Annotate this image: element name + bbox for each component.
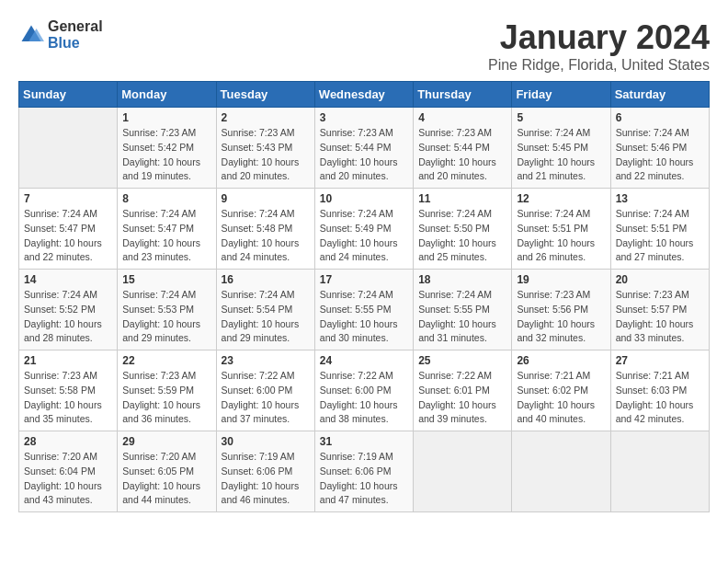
day-info: Sunrise: 7:24 AMSunset: 5:55 PMDaylight:…	[418, 288, 506, 346]
day-cell: 27Sunrise: 7:21 AMSunset: 6:03 PMDayligh…	[610, 350, 709, 431]
day-number: 25	[418, 354, 506, 367]
day-number: 11	[418, 192, 506, 205]
day-cell: 2Sunrise: 7:23 AMSunset: 5:43 PMDaylight…	[216, 108, 314, 189]
day-info: Sunrise: 7:23 AMSunset: 5:42 PMDaylight:…	[122, 126, 210, 184]
day-cell: 23Sunrise: 7:22 AMSunset: 6:00 PMDayligh…	[216, 350, 314, 431]
day-cell: 14Sunrise: 7:24 AMSunset: 5:52 PMDayligh…	[19, 270, 118, 350]
logo: General Blue	[18, 18, 103, 52]
day-number: 31	[320, 435, 408, 448]
header-cell-tuesday: Tuesday	[216, 82, 314, 108]
day-number: 27	[616, 354, 704, 367]
day-number: 1	[122, 111, 210, 124]
day-number: 12	[517, 192, 605, 205]
week-row-3: 21Sunrise: 7:23 AMSunset: 5:58 PMDayligh…	[19, 350, 710, 431]
day-cell: 22Sunrise: 7:23 AMSunset: 5:59 PMDayligh…	[118, 350, 216, 431]
day-cell: 6Sunrise: 7:24 AMSunset: 5:46 PMDaylight…	[610, 108, 709, 189]
header-cell-sunday: Sunday	[19, 82, 118, 108]
day-cell: 4Sunrise: 7:23 AMSunset: 5:44 PMDaylight…	[414, 108, 512, 189]
day-info: Sunrise: 7:24 AMSunset: 5:48 PMDaylight:…	[222, 207, 310, 265]
day-number: 17	[320, 273, 408, 286]
day-info: Sunrise: 7:24 AMSunset: 5:52 PMDaylight:…	[24, 288, 112, 346]
calendar-table: SundayMondayTuesdayWednesdayThursdayFrid…	[18, 81, 710, 512]
day-info: Sunrise: 7:22 AMSunset: 6:01 PMDaylight:…	[418, 369, 506, 427]
calendar-subtitle: Pine Ridge, Florida, United States	[488, 57, 710, 74]
logo-icon	[18, 22, 44, 48]
week-row-0: 1Sunrise: 7:23 AMSunset: 5:42 PMDaylight…	[19, 108, 710, 189]
day-number: 6	[616, 111, 704, 124]
week-row-1: 7Sunrise: 7:24 AMSunset: 5:47 PMDaylight…	[19, 189, 710, 270]
day-number: 22	[122, 354, 210, 367]
day-cell: 24Sunrise: 7:22 AMSunset: 6:00 PMDayligh…	[314, 350, 413, 431]
day-number: 29	[122, 435, 210, 448]
header-cell-monday: Monday	[118, 82, 216, 108]
day-cell: 26Sunrise: 7:21 AMSunset: 6:02 PMDayligh…	[512, 350, 610, 431]
week-row-2: 14Sunrise: 7:24 AMSunset: 5:52 PMDayligh…	[19, 270, 710, 350]
day-number: 4	[418, 111, 506, 124]
day-info: Sunrise: 7:23 AMSunset: 5:56 PMDaylight:…	[517, 288, 605, 346]
day-info: Sunrise: 7:22 AMSunset: 6:00 PMDaylight:…	[320, 369, 408, 427]
day-info: Sunrise: 7:23 AMSunset: 5:59 PMDaylight:…	[122, 369, 210, 427]
day-info: Sunrise: 7:24 AMSunset: 5:54 PMDaylight:…	[222, 288, 310, 346]
day-info: Sunrise: 7:23 AMSunset: 5:43 PMDaylight:…	[222, 126, 310, 184]
day-number: 10	[320, 192, 408, 205]
day-cell: 16Sunrise: 7:24 AMSunset: 5:54 PMDayligh…	[216, 270, 314, 350]
day-cell	[19, 108, 118, 189]
day-number: 28	[24, 435, 112, 448]
header-cell-thursday: Thursday	[414, 82, 512, 108]
day-info: Sunrise: 7:23 AMSunset: 5:57 PMDaylight:…	[616, 288, 704, 346]
week-row-4: 28Sunrise: 7:20 AMSunset: 6:04 PMDayligh…	[19, 431, 710, 512]
day-cell: 29Sunrise: 7:20 AMSunset: 6:05 PMDayligh…	[118, 431, 216, 512]
day-cell: 20Sunrise: 7:23 AMSunset: 5:57 PMDayligh…	[610, 270, 709, 350]
day-info: Sunrise: 7:20 AMSunset: 6:05 PMDaylight:…	[122, 450, 210, 508]
day-cell: 15Sunrise: 7:24 AMSunset: 5:53 PMDayligh…	[118, 270, 216, 350]
header-row: SundayMondayTuesdayWednesdayThursdayFrid…	[19, 82, 710, 108]
day-cell: 3Sunrise: 7:23 AMSunset: 5:44 PMDaylight…	[314, 108, 413, 189]
title-section: January 2024 Pine Ridge, Florida, United…	[488, 18, 710, 74]
day-cell: 31Sunrise: 7:19 AMSunset: 6:06 PMDayligh…	[314, 431, 413, 512]
day-cell: 28Sunrise: 7:20 AMSunset: 6:04 PMDayligh…	[19, 431, 118, 512]
day-cell	[414, 431, 512, 512]
day-cell	[610, 431, 709, 512]
day-number: 8	[122, 192, 210, 205]
day-info: Sunrise: 7:24 AMSunset: 5:45 PMDaylight:…	[517, 126, 605, 184]
header-cell-saturday: Saturday	[610, 82, 709, 108]
day-info: Sunrise: 7:24 AMSunset: 5:51 PMDaylight:…	[517, 207, 605, 265]
day-cell: 17Sunrise: 7:24 AMSunset: 5:55 PMDayligh…	[314, 270, 413, 350]
day-number: 2	[222, 111, 310, 124]
day-info: Sunrise: 7:23 AMSunset: 5:44 PMDaylight:…	[418, 126, 506, 184]
day-number: 21	[24, 354, 112, 367]
calendar-title: January 2024	[488, 18, 710, 57]
day-number: 3	[320, 111, 408, 124]
day-info: Sunrise: 7:24 AMSunset: 5:51 PMDaylight:…	[616, 207, 704, 265]
day-cell: 5Sunrise: 7:24 AMSunset: 5:45 PMDaylight…	[512, 108, 610, 189]
day-info: Sunrise: 7:23 AMSunset: 5:58 PMDaylight:…	[24, 369, 112, 427]
day-number: 13	[616, 192, 704, 205]
day-number: 30	[222, 435, 310, 448]
day-info: Sunrise: 7:24 AMSunset: 5:50 PMDaylight:…	[418, 207, 506, 265]
day-number: 24	[320, 354, 408, 367]
day-info: Sunrise: 7:21 AMSunset: 6:02 PMDaylight:…	[517, 369, 605, 427]
day-cell: 13Sunrise: 7:24 AMSunset: 5:51 PMDayligh…	[610, 189, 709, 270]
day-info: Sunrise: 7:19 AMSunset: 6:06 PMDaylight:…	[320, 450, 408, 508]
day-cell: 8Sunrise: 7:24 AMSunset: 5:47 PMDaylight…	[118, 189, 216, 270]
day-cell: 11Sunrise: 7:24 AMSunset: 5:50 PMDayligh…	[414, 189, 512, 270]
day-info: Sunrise: 7:24 AMSunset: 5:53 PMDaylight:…	[122, 288, 210, 346]
day-info: Sunrise: 7:24 AMSunset: 5:47 PMDaylight:…	[122, 207, 210, 265]
day-number: 7	[24, 192, 112, 205]
page-header: General Blue January 2024 Pine Ridge, Fl…	[18, 18, 710, 74]
day-cell: 9Sunrise: 7:24 AMSunset: 5:48 PMDaylight…	[216, 189, 314, 270]
day-cell: 21Sunrise: 7:23 AMSunset: 5:58 PMDayligh…	[19, 350, 118, 431]
day-cell: 7Sunrise: 7:24 AMSunset: 5:47 PMDaylight…	[19, 189, 118, 270]
day-number: 20	[616, 273, 704, 286]
day-cell: 12Sunrise: 7:24 AMSunset: 5:51 PMDayligh…	[512, 189, 610, 270]
day-info: Sunrise: 7:19 AMSunset: 6:06 PMDaylight:…	[222, 450, 310, 508]
logo-blue: Blue	[48, 35, 80, 51]
day-info: Sunrise: 7:24 AMSunset: 5:47 PMDaylight:…	[24, 207, 112, 265]
header-cell-wednesday: Wednesday	[314, 82, 413, 108]
day-number: 16	[222, 273, 310, 286]
day-cell	[512, 431, 610, 512]
day-number: 15	[122, 273, 210, 286]
day-info: Sunrise: 7:21 AMSunset: 6:03 PMDaylight:…	[616, 369, 704, 427]
day-number: 19	[517, 273, 605, 286]
day-info: Sunrise: 7:20 AMSunset: 6:04 PMDaylight:…	[24, 450, 112, 508]
